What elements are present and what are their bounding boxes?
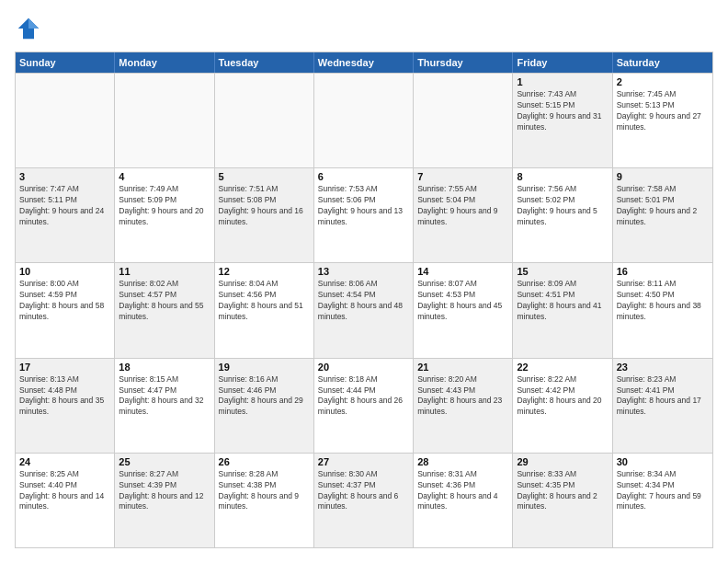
calendar-row-1: 3Sunrise: 7:47 AM Sunset: 5:11 PM Daylig…: [16, 167, 712, 262]
calendar-cell-day-6: 6Sunrise: 7:53 AM Sunset: 5:06 PM Daylig…: [314, 168, 414, 262]
calendar-cell-day-9: 9Sunrise: 7:58 AM Sunset: 5:01 PM Daylig…: [613, 168, 712, 262]
calendar-cell-empty: [215, 74, 314, 167]
calendar-cell-day-18: 18Sunrise: 8:15 AM Sunset: 4:47 PM Dayli…: [115, 359, 214, 453]
day-of-week-sunday: Sunday: [16, 52, 115, 73]
day-of-week-monday: Monday: [115, 52, 214, 73]
cell-info: Sunrise: 8:25 AM Sunset: 4:40 PM Dayligh…: [19, 469, 110, 513]
cell-info: Sunrise: 7:49 AM Sunset: 5:09 PM Dayligh…: [119, 184, 210, 228]
svg-marker-1: [28, 18, 39, 29]
cell-info: Sunrise: 8:18 AM Sunset: 4:44 PM Dayligh…: [318, 374, 409, 419]
calendar-cell-day-27: 27Sunrise: 8:30 AM Sunset: 4:37 PM Dayli…: [314, 454, 414, 547]
cell-info: Sunrise: 8:28 AM Sunset: 4:38 PM Dayligh…: [219, 469, 310, 513]
cell-info: Sunrise: 8:22 AM Sunset: 4:42 PM Dayligh…: [517, 374, 608, 419]
calendar-row-3: 17Sunrise: 8:13 AM Sunset: 4:48 PM Dayli…: [16, 358, 712, 453]
day-number: 17: [19, 362, 110, 373]
cell-info: Sunrise: 8:02 AM Sunset: 4:57 PM Dayligh…: [119, 279, 210, 323]
calendar-cell-day-21: 21Sunrise: 8:20 AM Sunset: 4:43 PM Dayli…: [414, 359, 513, 453]
calendar-row-4: 24Sunrise: 8:25 AM Sunset: 4:40 PM Dayli…: [16, 453, 712, 547]
cell-info: Sunrise: 7:56 AM Sunset: 5:02 PM Dayligh…: [517, 184, 608, 228]
cell-info: Sunrise: 7:55 AM Sunset: 5:04 PM Dayligh…: [417, 184, 508, 228]
calendar-cell-day-4: 4Sunrise: 7:49 AM Sunset: 5:09 PM Daylig…: [115, 168, 214, 262]
cell-info: Sunrise: 8:15 AM Sunset: 4:47 PM Dayligh…: [119, 374, 210, 419]
calendar-cell-day-23: 23Sunrise: 8:23 AM Sunset: 4:41 PM Dayli…: [613, 359, 712, 453]
calendar-cell-day-15: 15Sunrise: 8:09 AM Sunset: 4:51 PM Dayli…: [513, 263, 612, 357]
calendar-cell-day-5: 5Sunrise: 7:51 AM Sunset: 5:08 PM Daylig…: [215, 168, 314, 262]
calendar-cell-day-20: 20Sunrise: 8:18 AM Sunset: 4:44 PM Dayli…: [314, 359, 414, 453]
day-number: 12: [219, 266, 310, 277]
day-number: 29: [517, 456, 608, 467]
day-number: 23: [617, 362, 709, 373]
cell-info: Sunrise: 8:34 AM Sunset: 4:34 PM Dayligh…: [617, 469, 709, 513]
calendar-cell-day-1: 1Sunrise: 7:43 AM Sunset: 5:15 PM Daylig…: [513, 74, 612, 167]
cell-info: Sunrise: 8:07 AM Sunset: 4:53 PM Dayligh…: [417, 279, 508, 323]
day-number: 8: [517, 171, 608, 182]
cell-info: Sunrise: 7:45 AM Sunset: 5:13 PM Dayligh…: [617, 89, 709, 133]
cell-info: Sunrise: 8:09 AM Sunset: 4:51 PM Dayligh…: [517, 279, 608, 323]
day-number: 28: [417, 456, 508, 467]
calendar-cell-day-19: 19Sunrise: 8:16 AM Sunset: 4:46 PM Dayli…: [215, 359, 314, 453]
calendar-cell-day-17: 17Sunrise: 8:13 AM Sunset: 4:48 PM Dayli…: [16, 359, 115, 453]
cell-info: Sunrise: 8:27 AM Sunset: 4:39 PM Dayligh…: [119, 469, 210, 513]
cell-info: Sunrise: 8:30 AM Sunset: 4:37 PM Dayligh…: [318, 469, 409, 513]
cell-info: Sunrise: 7:43 AM Sunset: 5:15 PM Dayligh…: [517, 89, 608, 133]
calendar-cell-day-8: 8Sunrise: 7:56 AM Sunset: 5:02 PM Daylig…: [513, 168, 612, 262]
logo-icon: [15, 15, 42, 42]
day-number: 26: [219, 456, 310, 467]
day-number: 21: [417, 362, 508, 373]
cell-info: Sunrise: 8:16 AM Sunset: 4:46 PM Dayligh…: [219, 374, 310, 419]
day-number: 27: [318, 456, 409, 467]
calendar-cell-empty: [414, 74, 513, 167]
day-number: 13: [318, 266, 409, 277]
calendar-cell-empty: [314, 74, 414, 167]
calendar-cell-empty: [16, 74, 115, 167]
cell-info: Sunrise: 8:20 AM Sunset: 4:43 PM Dayligh…: [417, 374, 508, 419]
calendar-cell-day-22: 22Sunrise: 8:22 AM Sunset: 4:42 PM Dayli…: [513, 359, 612, 453]
header: [15, 15, 713, 42]
calendar-cell-day-2: 2Sunrise: 7:45 AM Sunset: 5:13 PM Daylig…: [613, 74, 712, 167]
day-number: 11: [119, 266, 210, 277]
day-number: 30: [617, 456, 709, 467]
calendar-cell-day-7: 7Sunrise: 7:55 AM Sunset: 5:04 PM Daylig…: [414, 168, 513, 262]
calendar-cell-day-28: 28Sunrise: 8:31 AM Sunset: 4:36 PM Dayli…: [414, 454, 513, 547]
day-number: 7: [417, 171, 508, 182]
day-number: 25: [119, 456, 210, 467]
day-number: 3: [19, 171, 110, 182]
calendar-cell-day-3: 3Sunrise: 7:47 AM Sunset: 5:11 PM Daylig…: [16, 168, 115, 262]
calendar-cell-day-10: 10Sunrise: 8:00 AM Sunset: 4:59 PM Dayli…: [16, 263, 115, 357]
day-number: 24: [19, 456, 110, 467]
day-number: 6: [318, 171, 409, 182]
calendar-header: SundayMondayTuesdayWednesdayThursdayFrid…: [16, 52, 712, 73]
page: SundayMondayTuesdayWednesdayThursdayFrid…: [0, 0, 728, 563]
day-of-week-wednesday: Wednesday: [314, 52, 414, 73]
cell-info: Sunrise: 8:33 AM Sunset: 4:35 PM Dayligh…: [517, 469, 608, 513]
day-of-week-saturday: Saturday: [613, 52, 712, 73]
cell-info: Sunrise: 7:53 AM Sunset: 5:06 PM Dayligh…: [318, 184, 409, 228]
cell-info: Sunrise: 8:04 AM Sunset: 4:56 PM Dayligh…: [219, 279, 310, 323]
cell-info: Sunrise: 8:00 AM Sunset: 4:59 PM Dayligh…: [19, 279, 110, 323]
cell-info: Sunrise: 8:11 AM Sunset: 4:50 PM Dayligh…: [617, 279, 709, 323]
calendar-row-0: 1Sunrise: 7:43 AM Sunset: 5:15 PM Daylig…: [16, 73, 712, 167]
calendar: SundayMondayTuesdayWednesdayThursdayFrid…: [15, 52, 713, 548]
calendar-cell-day-30: 30Sunrise: 8:34 AM Sunset: 4:34 PM Dayli…: [613, 454, 712, 547]
day-number: 10: [19, 266, 110, 277]
day-number: 22: [517, 362, 608, 373]
cell-info: Sunrise: 8:13 AM Sunset: 4:48 PM Dayligh…: [19, 374, 110, 419]
day-of-week-friday: Friday: [513, 52, 612, 73]
day-number: 1: [517, 76, 608, 87]
day-number: 4: [119, 171, 210, 182]
cell-info: Sunrise: 8:06 AM Sunset: 4:54 PM Dayligh…: [318, 279, 409, 323]
day-number: 19: [219, 362, 310, 373]
day-number: 14: [417, 266, 508, 277]
cell-info: Sunrise: 7:58 AM Sunset: 5:01 PM Dayligh…: [617, 184, 709, 228]
calendar-cell-day-11: 11Sunrise: 8:02 AM Sunset: 4:57 PM Dayli…: [115, 263, 214, 357]
calendar-cell-day-16: 16Sunrise: 8:11 AM Sunset: 4:50 PM Dayli…: [613, 263, 712, 357]
cell-info: Sunrise: 7:47 AM Sunset: 5:11 PM Dayligh…: [19, 184, 110, 228]
day-of-week-thursday: Thursday: [414, 52, 513, 73]
day-number: 9: [617, 171, 709, 182]
calendar-cell-empty: [115, 74, 214, 167]
logo: [15, 15, 46, 42]
day-number: 5: [219, 171, 310, 182]
day-number: 16: [617, 266, 709, 277]
day-number: 15: [517, 266, 608, 277]
calendar-cell-day-24: 24Sunrise: 8:25 AM Sunset: 4:40 PM Dayli…: [16, 454, 115, 547]
